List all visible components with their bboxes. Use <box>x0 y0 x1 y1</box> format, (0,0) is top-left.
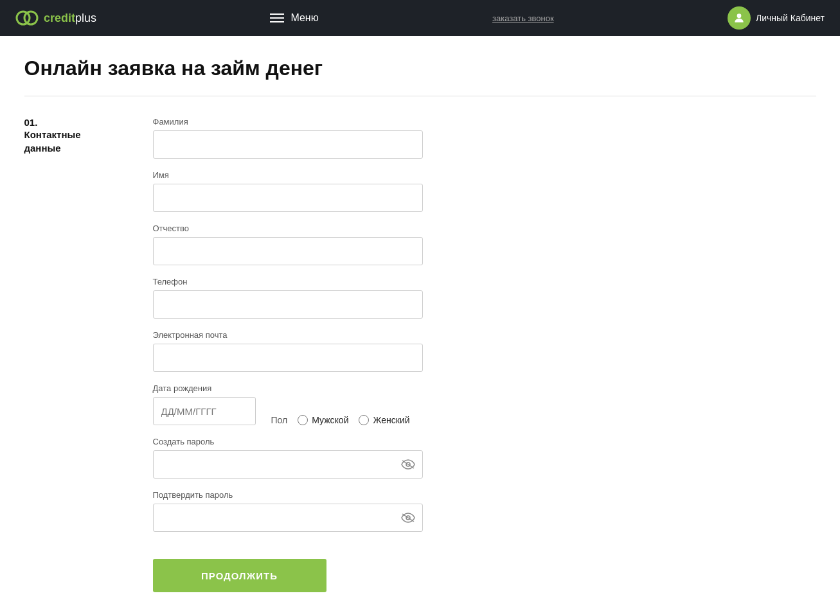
logo[interactable]: creditplus <box>15 6 96 30</box>
first-name-label: Имя <box>153 170 423 180</box>
password-label: Создать пароль <box>153 437 423 446</box>
confirm-password-label: Подтвердить пароль <box>153 490 423 500</box>
first-name-group: Имя <box>153 170 423 212</box>
password-input[interactable] <box>153 450 423 479</box>
logo-icon <box>15 6 39 30</box>
step-number: 01. <box>24 117 127 128</box>
dob-field: Дата рождения <box>153 383 256 425</box>
gender-male-label: Мужской <box>312 415 348 425</box>
gender-female-radio[interactable] <box>359 415 369 425</box>
middle-name-label: Отчество <box>153 224 423 233</box>
middle-name-input[interactable] <box>153 237 423 265</box>
svg-point-1 <box>24 12 37 24</box>
gender-group: Пол Мужской Женский <box>271 415 410 425</box>
last-name-group: Фамилия <box>153 117 423 159</box>
page-title: Онлайн заявка на займ денег <box>24 57 816 80</box>
gender-male-option[interactable]: Мужской <box>298 415 348 425</box>
gender-label: Пол <box>271 415 288 425</box>
gender-male-radio[interactable] <box>298 415 308 425</box>
last-name-label: Фамилия <box>153 117 423 127</box>
hamburger-icon <box>270 13 284 22</box>
page-content: Онлайн заявка на займ денег 01. Контактн… <box>9 36 832 616</box>
dob-label: Дата рождения <box>153 383 256 393</box>
submit-button[interactable]: ПРОДОЛЖИТЬ <box>153 559 326 592</box>
top-divider <box>24 96 816 96</box>
gender-female-label: Женский <box>373 415 409 425</box>
first-name-input[interactable] <box>153 184 423 212</box>
confirm-password-group: Подтвердить пароль <box>153 490 423 532</box>
step-name: Контактные данные <box>24 128 127 155</box>
toggle-confirm-password-icon[interactable] <box>401 513 415 523</box>
account-label: Личный Кабинет <box>756 13 825 23</box>
password-group: Создать пароль <box>153 437 423 479</box>
phone-input[interactable] <box>153 290 423 319</box>
account-button[interactable]: Личный Кабинет <box>728 6 825 30</box>
dob-input[interactable] <box>153 397 256 425</box>
svg-point-2 <box>737 13 742 18</box>
email-group: Электронная почта <box>153 330 423 372</box>
phone-label: Телефон <box>153 277 423 286</box>
email-label: Электронная почта <box>153 330 423 340</box>
toggle-password-icon[interactable] <box>401 459 415 470</box>
step-label: 01. Контактные данные <box>24 117 127 592</box>
dob-gender-row: Дата рождения Пол Мужской Женский <box>153 383 423 425</box>
menu-label: Меню <box>290 12 318 24</box>
last-name-input[interactable] <box>153 130 423 159</box>
form-section: 01. Контактные данные Фамилия Имя Отчест… <box>24 117 816 592</box>
confirm-password-wrapper <box>153 504 423 532</box>
header: creditplus Меню заказать звонок Личный К… <box>0 0 840 36</box>
gender-female-option[interactable]: Женский <box>359 415 409 425</box>
logo-text: creditplus <box>44 12 96 25</box>
menu-button[interactable]: Меню <box>270 12 318 24</box>
form-fields: Фамилия Имя Отчество Телефон Электронная… <box>153 117 423 592</box>
call-link[interactable]: заказать звонок <box>492 13 554 23</box>
phone-group: Телефон <box>153 277 423 319</box>
password-wrapper <box>153 450 423 479</box>
account-icon <box>728 6 751 30</box>
confirm-password-input[interactable] <box>153 504 423 532</box>
email-input[interactable] <box>153 344 423 372</box>
middle-name-group: Отчество <box>153 224 423 265</box>
